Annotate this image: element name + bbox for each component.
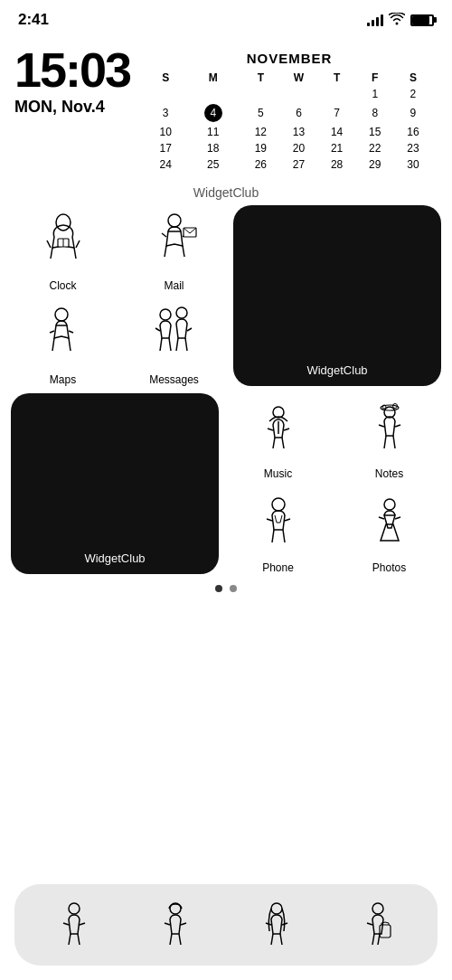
app-mail[interactable]: Mail <box>122 205 226 292</box>
app-music[interactable]: Music <box>226 393 330 480</box>
svg-point-5 <box>55 308 68 321</box>
svg-point-0 <box>56 214 71 231</box>
page-dot-1[interactable] <box>215 585 222 592</box>
svg-point-18 <box>271 903 282 914</box>
dock-icon-4 <box>353 900 403 950</box>
photos-label: Photos <box>372 561 406 574</box>
app-maps[interactable]: Maps <box>11 299 115 386</box>
calendar-month: NOVEMBER <box>146 51 432 66</box>
cal-tue: T <box>241 70 279 86</box>
clock-widget: 15:03 MON, Nov.4 <box>14 45 130 117</box>
dock-icon-3 <box>251 900 302 950</box>
dock <box>14 884 438 966</box>
dock-item-4[interactable] <box>353 900 403 950</box>
music-label: Music <box>264 467 292 480</box>
svg-point-7 <box>176 307 187 318</box>
cal-row: 10111213141516 <box>146 124 432 140</box>
status-icons <box>367 13 434 28</box>
dock-item-2[interactable] <box>150 900 201 950</box>
svg-point-10 <box>384 407 395 418</box>
cal-row: 3 4 56789 <box>146 102 432 124</box>
cal-mon: M <box>184 70 241 86</box>
app-phone[interactable]: Phone <box>226 487 330 574</box>
status-time: 2:41 <box>18 11 49 29</box>
app-messages[interactable]: Messages <box>122 299 226 386</box>
page-dot-2[interactable] <box>230 585 237 592</box>
notes-figure-icon <box>363 401 417 456</box>
svg-point-19 <box>372 903 383 914</box>
cal-row: 17181920212223 <box>146 140 432 156</box>
phone-label: Phone <box>262 561 294 574</box>
svg-point-6 <box>160 309 171 320</box>
page-dots <box>0 585 452 592</box>
widget-area: 15:03 MON, Nov.4 NOVEMBER S M T W T F S … <box>0 36 452 178</box>
clock-figure-icon <box>34 212 92 269</box>
wifi-icon <box>389 13 405 28</box>
app-notes[interactable]: Notes <box>337 393 441 480</box>
music-figure-icon <box>251 401 306 456</box>
notes-label: Notes <box>375 467 403 480</box>
messages-figure-icon <box>146 306 203 363</box>
large-widget-1[interactable]: WidgetClub <box>233 205 441 386</box>
status-bar: 2:41 <box>0 0 452 36</box>
maps-figure-icon <box>34 306 92 363</box>
cal-thu: T <box>318 70 356 86</box>
widgetclub-label: WidgetClub <box>0 185 452 200</box>
cal-sat: S <box>394 70 432 86</box>
svg-point-15 <box>384 499 395 510</box>
svg-point-14 <box>272 498 285 511</box>
large-widget-1-label: WidgetClub <box>306 363 367 377</box>
cal-row: 24252627282930 <box>146 156 432 173</box>
clock-label: Clock <box>49 279 76 292</box>
calendar-widget: NOVEMBER S M T W T F S 12 3 <box>141 45 438 178</box>
maps-label: Maps <box>50 373 76 386</box>
cal-wed: W <box>279 70 317 86</box>
large-widget-2[interactable]: WidgetClub <box>11 393 219 574</box>
dock-item-3[interactable] <box>251 900 302 950</box>
signal-icon <box>367 14 383 26</box>
cal-row: 12 <box>146 86 432 102</box>
clock-date: MON, Nov.4 <box>14 98 130 117</box>
dock-icon-2 <box>150 900 201 950</box>
app-photos[interactable]: Photos <box>337 487 441 574</box>
cal-sun: S <box>146 70 184 86</box>
large-widget-2-label: WidgetClub <box>84 551 145 565</box>
clock-time: 15:03 <box>14 45 130 94</box>
calendar-grid: S M T W T F S 12 3 4 56789 <box>146 70 432 173</box>
phone-figure-icon <box>251 495 306 550</box>
cal-fri: F <box>356 70 394 86</box>
messages-label: Messages <box>149 373 199 386</box>
app-section: Clock Mail <box>0 205 452 574</box>
svg-point-16 <box>69 903 80 914</box>
svg-point-8 <box>273 407 284 418</box>
photos-figure-icon <box>363 495 417 550</box>
battery-icon <box>410 14 434 26</box>
dock-item-1[interactable] <box>49 900 99 950</box>
mail-figure-icon <box>146 212 203 269</box>
dock-icon-1 <box>49 900 99 950</box>
mail-label: Mail <box>164 279 184 292</box>
app-clock[interactable]: Clock <box>11 205 115 292</box>
svg-point-3 <box>168 214 181 227</box>
